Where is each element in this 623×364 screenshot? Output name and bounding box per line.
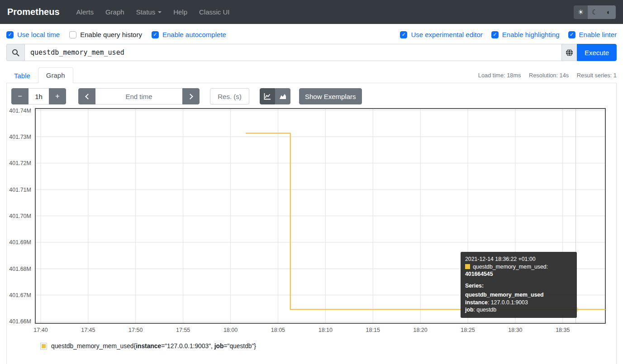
tooltip-job-label: job: questdb — [465, 306, 572, 314]
checkbox[interactable]: ✓ — [6, 31, 14, 38]
execute-button[interactable]: Execute — [577, 44, 617, 61]
search-icon — [12, 49, 19, 57]
svg-text:401.72M: 401.72M — [9, 160, 31, 166]
resolution-input[interactable] — [210, 88, 249, 104]
series-color-swatch — [465, 264, 470, 269]
svg-text:18:25: 18:25 — [461, 327, 475, 333]
tooltip-series-label: questdb_memory_mem_used: — [473, 264, 548, 270]
tabs-row: Table Graph Load time: 18ms Resolution: … — [6, 67, 617, 83]
svg-text:401.73M: 401.73M — [9, 134, 31, 140]
nav-status-dropdown[interactable]: Status — [130, 5, 168, 19]
theme-toggle-group: ☀ ☾ ◐ — [574, 5, 616, 19]
auto-theme-button[interactable]: ◐ — [602, 5, 616, 19]
nav-graph[interactable]: Graph — [100, 5, 130, 19]
svg-text:18:05: 18:05 — [271, 327, 285, 333]
nav-classic-ui[interactable]: Classic UI — [193, 5, 236, 19]
svg-text:17:45: 17:45 — [81, 327, 95, 333]
tooltip-instance-label: instance: 127.0.0.1:9003 — [465, 299, 572, 307]
svg-text:18:00: 18:00 — [224, 327, 238, 333]
svg-text:401.74M: 401.74M — [9, 108, 31, 114]
checkbox[interactable]: ✓ — [400, 31, 407, 38]
nav-help[interactable]: Help — [167, 5, 193, 19]
query-stats: Load time: 18ms Resolution: 14s Result s… — [472, 72, 617, 83]
query-input[interactable] — [24, 44, 562, 61]
tooltip-series-heading: Series: — [465, 282, 572, 290]
tooltip-value-line: questdb_memory_mem_used: 401664545 — [465, 263, 572, 278]
chevron-left-icon — [85, 94, 91, 99]
result-series: Result series: 1 — [577, 72, 617, 79]
check-icon: ✓ — [153, 32, 157, 37]
light-theme-button[interactable]: ☀ — [574, 5, 588, 19]
checkbox[interactable]: ✓ — [152, 31, 159, 38]
option-label[interactable]: Use local time — [17, 31, 60, 38]
svg-text:17:40: 17:40 — [33, 327, 48, 333]
end-time-input[interactable] — [95, 88, 182, 104]
svg-text:401.70M: 401.70M — [9, 213, 31, 219]
svg-text:18:35: 18:35 — [556, 327, 570, 333]
show-exemplars-button[interactable]: Show Exemplars — [299, 88, 362, 104]
search-addon — [6, 44, 24, 61]
option-label[interactable]: Enable highlighting — [502, 31, 560, 38]
option-enable-highlighting[interactable]: ✓ Enable highlighting — [491, 31, 560, 38]
range-value[interactable]: 1h — [29, 88, 49, 104]
option-label[interactable]: Use experimental editor — [411, 31, 482, 38]
svg-text:18:15: 18:15 — [366, 327, 380, 333]
tooltip-series-name: questdb_memory_mem_used — [465, 291, 572, 299]
option-enable-autocomplete[interactable]: ✓ Enable autocomplete — [152, 31, 226, 38]
option-use-local-time[interactable]: ✓ Use local time — [6, 31, 60, 38]
legend-color-swatch — [40, 343, 47, 350]
metrics-explorer-button[interactable] — [562, 44, 577, 61]
option-enable-query-history[interactable]: ✓ Enable query history — [69, 31, 142, 38]
chevron-down-icon — [158, 11, 162, 13]
legend-label: questdb_memory_mem_used{instance="127.0.… — [51, 343, 256, 350]
options-right-group: ✓ Use experimental editor ✓ Enable highl… — [391, 31, 617, 38]
svg-text:401.66M: 401.66M — [9, 318, 31, 325]
tab-graph[interactable]: Graph — [38, 67, 73, 83]
globe-icon — [566, 49, 573, 57]
option-use-experimental-editor[interactable]: ✓ Use experimental editor — [400, 31, 482, 38]
svg-text:401.71M: 401.71M — [9, 187, 31, 193]
stacked-chart-button[interactable] — [275, 88, 290, 104]
tooltip-value: 401664545 — [465, 271, 493, 277]
option-enable-linter[interactable]: ✓ Enable linter — [568, 31, 617, 38]
svg-text:17:50: 17:50 — [128, 327, 143, 333]
app-title[interactable]: Prometheus — [7, 7, 60, 17]
graph-panel: − 1h + Show Exemplars 401 — [6, 83, 617, 364]
svg-text:18:30: 18:30 — [508, 327, 522, 333]
half-circle-icon: ◐ — [607, 8, 611, 16]
check-icon: ✓ — [8, 32, 12, 37]
decrease-range-button[interactable]: − — [11, 88, 29, 104]
svg-text:17:55: 17:55 — [176, 327, 190, 333]
time-forward-button[interactable] — [182, 88, 200, 104]
check-icon: ✓ — [570, 32, 574, 37]
sun-icon: ☀ — [578, 8, 584, 16]
line-chart-icon — [264, 93, 271, 100]
tab-table[interactable]: Table — [6, 68, 38, 83]
svg-text:401.67M: 401.67M — [9, 292, 31, 298]
svg-text:401.69M: 401.69M — [9, 239, 31, 246]
dark-theme-button[interactable]: ☾ — [588, 5, 602, 19]
check-icon: ✓ — [493, 32, 497, 37]
option-label[interactable]: Enable query history — [80, 31, 142, 38]
checkbox[interactable]: ✓ — [69, 31, 76, 38]
checkbox[interactable]: ✓ — [491, 31, 499, 38]
legend-item[interactable]: questdb_memory_mem_used{instance="127.0.… — [40, 343, 616, 350]
line-chart-button[interactable] — [260, 88, 275, 104]
increase-range-button[interactable]: + — [49, 88, 66, 104]
option-label[interactable]: Enable linter — [579, 31, 617, 38]
time-back-button[interactable] — [78, 88, 95, 104]
tooltip-timestamp: 2021-12-14 18:36:22 +01:00 — [465, 255, 572, 263]
resolution: Resolution: 14s — [529, 72, 569, 79]
query-bar: Execute — [6, 44, 617, 61]
nav-alerts[interactable]: Alerts — [71, 5, 100, 19]
svg-text:18:20: 18:20 — [413, 327, 427, 333]
load-time: Load time: 18ms — [478, 72, 521, 79]
chart-type-toggle — [260, 88, 290, 104]
navbar: Prometheus Alerts Graph Status Help Clas… — [0, 0, 623, 24]
checkbox[interactable]: ✓ — [568, 31, 575, 38]
graph-toolbar: − 1h + Show Exemplars — [7, 88, 616, 105]
moon-icon: ☾ — [592, 8, 598, 16]
option-label[interactable]: Enable autocomplete — [162, 31, 226, 38]
options-row: ✓ Use local time ✓ Enable query history … — [0, 24, 623, 44]
range-control: − 1h + — [11, 88, 66, 104]
